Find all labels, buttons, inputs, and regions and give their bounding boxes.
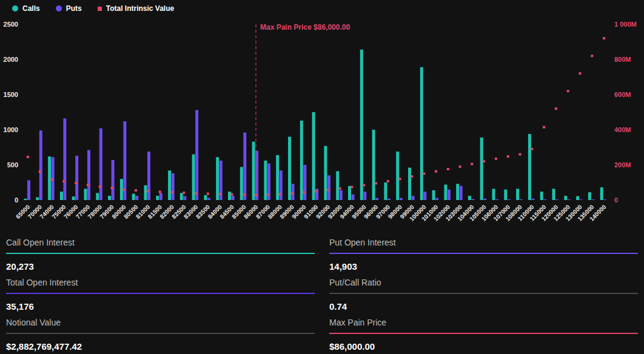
options-open-interest-chart[interactable]: 050010001500200025000200M400M600M800M1 0… [0,0,644,230]
x-axis-labels: 6500070000740007500076000770007800079000… [15,203,608,222]
stat-value: 14,903 [329,261,638,272]
stat-value: 35,176 [6,301,315,312]
stat-notional-value: Notional Value $2,882,769,477.42 [6,312,315,354]
svg-text:400M: 400M [614,126,631,133]
svg-text:200M: 200M [614,161,631,169]
svg-text:1 000M: 1 000M [614,21,637,28]
svg-text:0: 0 [614,196,618,204]
stat-accent-line [329,293,638,294]
stat-label: Total Open Interest [6,278,315,287]
stat-put-open-interest: Put Open Interest 14,903 [329,232,638,272]
legend-item-puts[interactable]: Puts [56,4,82,13]
stat-value: 0.74 [329,301,638,312]
stat-accent-line [6,333,315,334]
stat-label: Call Open Interest [6,238,315,247]
legend-calls-label: Calls [22,4,40,13]
left-axis-labels: 05001000150020002500 [4,21,18,204]
stat-accent-line [329,333,638,334]
stat-total-open-interest: Total Open Interest 35,176 [6,272,315,312]
stat-label: Put Open Interest [329,238,638,247]
svg-text:1000: 1000 [4,126,18,133]
legend-puts-label: Puts [66,4,82,13]
svg-text:600M: 600M [614,91,631,98]
calls-bars[interactable] [24,50,603,200]
svg-text:800M: 800M [614,56,631,63]
intrinsic-marker-icon [98,7,102,11]
svg-text:2000: 2000 [4,56,18,63]
legend-intrinsic-label: Total Intrinsic Value [106,4,174,13]
max-pain-chart-section: Calls Puts Total Intrinsic Value 0500100… [0,0,644,230]
svg-text:0: 0 [15,196,18,204]
max-pain-annotation: Max Pain Price $86,000.00 [260,23,350,32]
stat-call-open-interest: Call Open Interest 20,273 [6,232,315,272]
stat-value: $86,000.00 [329,341,638,352]
stat-label: Notional Value [6,318,315,327]
stat-max-pain-price: Max Pain Price $86,000.00 [329,312,638,354]
legend-item-intrinsic[interactable]: Total Intrinsic Value [98,4,174,13]
legend-item-calls[interactable]: Calls [12,4,40,13]
calls-marker-icon [12,5,18,12]
stat-accent-line [6,293,315,294]
svg-text:1500: 1500 [4,91,18,98]
puts-marker-icon [56,5,62,12]
right-axis-labels: 0200M400M600M800M1 000M [614,21,637,204]
stat-accent-line [329,253,638,254]
stat-accent-line [6,253,315,254]
svg-text:2500: 2500 [4,21,18,28]
stats-grid: Call Open Interest 20,273 Put Open Inter… [0,230,644,354]
stat-label: Max Pain Price [329,318,638,327]
stat-value: $2,882,769,477.42 [6,341,315,352]
chart-legend: Calls Puts Total Intrinsic Value [12,4,174,13]
stat-put-call-ratio: Put/Call Ratio 0.74 [329,272,638,312]
stat-value: 20,273 [6,261,315,272]
svg-text:500: 500 [7,161,18,169]
stat-label: Put/Call Ratio [329,278,638,287]
